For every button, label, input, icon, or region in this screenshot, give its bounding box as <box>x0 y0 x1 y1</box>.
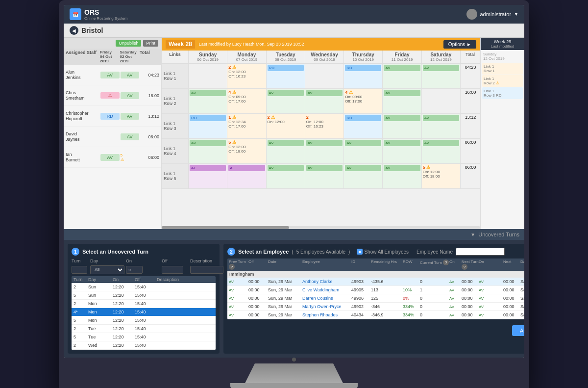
show-all-checkbox[interactable]: ■ Show All Employees <box>357 249 409 255</box>
turn-row[interactable]: 5 Tue 12:20 15:40 <box>72 333 216 341</box>
turn-row[interactable]: 5 Sun 12:20 15:40 <box>72 291 216 300</box>
emp-current: AV <box>449 313 462 317</box>
emp-next: AV <box>479 305 503 309</box>
turn-row[interactable]: 2 Wed 12:20 15:40 <box>72 341 216 350</box>
cell-mon-1: 2 ⚠ On: 12:00 Off: 16:23 <box>227 64 266 88</box>
user-dropdown-icon[interactable]: ▼ <box>514 12 518 17</box>
week29-row3: Link 1Row 3 RD <box>482 87 523 99</box>
checkbox-icon: ■ <box>357 249 363 255</box>
emp-row-anthony[interactable]: AV 00:00 Sun, 29 Mar Anthony Clarke 4990… <box>227 278 524 286</box>
emp-off: 00:00 <box>248 312 268 317</box>
step2-subtitle-close: ) <box>348 249 350 255</box>
emp-on: 00:00 <box>462 312 479 317</box>
day-select[interactable]: All <box>90 265 124 274</box>
emp-date: Sun, 29 Mar <box>268 296 302 301</box>
uncovered-label: Uncovered Turns <box>478 232 519 237</box>
turn-num: 2 <box>74 343 88 348</box>
turn-row[interactable]: 2 Mon 12:20 15:40 <box>72 300 216 308</box>
emp-group-immingham: Immingham <box>227 271 524 278</box>
cell-tue-2: AV <box>267 89 305 113</box>
turn-row-selected[interactable]: 4* Mon 12:20 15:40 <box>72 308 216 316</box>
row-total-5: 06:00 <box>461 164 480 188</box>
back-button[interactable]: ◀ <box>70 26 78 35</box>
emp-row-clive[interactable]: AV 00:00 Sun, 29 Mar Clive Waddingham 49… <box>227 286 524 294</box>
turn-row[interactable]: 2 Sun 12:20 15:40 <box>72 283 216 291</box>
staff-name: ChristopherHopcroft <box>66 111 100 122</box>
emp-id: 49903 <box>351 279 371 284</box>
shift-av: AV <box>268 90 304 96</box>
turn-day: Mon <box>88 318 113 323</box>
on-time-input[interactable] <box>126 266 143 274</box>
cell-wed-2: AV <box>305 89 344 113</box>
emp-prev-turn: AV <box>229 296 248 301</box>
col-next-next: Next <box>503 259 520 270</box>
horizontal-scrollbar[interactable] <box>162 226 480 229</box>
unpublish-button[interactable]: Unpublish <box>116 40 141 47</box>
shift-av: AV <box>345 165 381 171</box>
uncovered-turns-toggle[interactable]: ▼ Uncovered Turns <box>64 229 524 240</box>
staff-table-header: Assigned Staff Friday04 Oct 2019 Saturda… <box>64 49 161 65</box>
app-logo: 📅 ORS Online Rostering System <box>70 8 127 21</box>
turn-on: 12:20 <box>113 310 135 314</box>
emp-row-darren[interactable]: AV 00:00 Sun, 29 Mar Darren Cousins 4990… <box>227 294 524 303</box>
emp-next-date: Sat, 28 Mar <box>520 312 524 317</box>
row-label-5: Link 1Row 5 <box>162 164 189 188</box>
cell-mon-5: AL <box>227 164 266 188</box>
day-name-mon: Monday <box>229 52 264 57</box>
col-off: Off <box>135 277 157 282</box>
week29-content: Sunday12 Oct 2019 Link 1Row 1 Link 1Row … <box>481 50 524 101</box>
shift-av: AV <box>306 165 343 171</box>
emp-row-val: 0 <box>420 296 449 301</box>
col-desc: Description <box>157 277 214 282</box>
staff-name: DavidJaynes <box>66 131 100 142</box>
modified-label: Last modified by Lucy Heath Mon, Sep 23 … <box>199 42 440 47</box>
emp-remaining: -435.6 <box>371 279 403 284</box>
emp-name-search[interactable] <box>456 248 505 256</box>
row-label-1: Link 1Row 1 <box>162 64 189 88</box>
staff-sat-cell: AV <box>121 92 140 99</box>
cell-sat-2 <box>422 89 461 113</box>
options-button[interactable]: Options ► <box>443 40 476 49</box>
staff-sat-cell: AV <box>121 133 140 140</box>
emp-off: 00:00 <box>248 279 268 284</box>
print-button[interactable]: Print <box>143 40 158 47</box>
shift-av: AV <box>423 140 459 146</box>
cell-wed-1 <box>305 64 344 88</box>
emp-name: Clive Waddingham <box>302 287 351 292</box>
cell-tue-4: AV <box>267 139 305 163</box>
emp-remaining: -346 <box>371 304 403 309</box>
cell-thu-4: AV <box>344 139 383 163</box>
step1-title: Select an Uncovered Turn <box>82 249 148 255</box>
prev-turn-help-icon[interactable]: ? <box>229 264 235 270</box>
assign-turn-button[interactable]: Assign Turn <box>512 325 524 336</box>
user-avatar <box>466 9 477 20</box>
staff-row: DavidJaynes AV 06:00 <box>64 127 161 147</box>
turn-row[interactable]: 5 Mon 12:20 15:40 <box>72 316 216 325</box>
assigned-staff-label: Assigned Staff <box>66 50 100 63</box>
emp-name: Stephen Rhoades <box>302 312 351 317</box>
cell-sat-3: AV <box>422 114 461 138</box>
description-input[interactable] <box>190 266 223 274</box>
day-name-fri: Friday <box>385 52 419 57</box>
staff-name: AlunJenkins <box>66 70 100 80</box>
off-time-input[interactable]: 15:40 <box>162 266 183 274</box>
day-date-mon: 07 Oct 2019 <box>229 57 264 62</box>
turn-number-input[interactable] <box>72 266 87 274</box>
emp-next: AV <box>479 288 503 292</box>
turn-row[interactable]: 2 Tue 12:20 15:40 <box>72 325 216 333</box>
scrollbar-thumb <box>162 226 289 229</box>
emp-row-stephen[interactable]: AV 00:00 Sun, 29 Mar Stephen Rhoades 404… <box>227 311 524 319</box>
emp-row-martyn[interactable]: AV 00:00 Sun, 29 Mar Martyn Owen-Pryce 4… <box>227 303 524 311</box>
emp-next-on: 00:00 <box>503 279 520 284</box>
current-turn-help-icon[interactable]: ? <box>443 259 449 265</box>
next-turn-help-icon[interactable]: ? <box>462 264 467 270</box>
col-day: Day <box>88 277 113 282</box>
col-next-date: Date <box>520 259 524 270</box>
emp-next-on: 00:00 <box>503 287 520 292</box>
emp-row-val: 1 <box>420 287 449 292</box>
schedule-row-3: Link 1Row 3 RD 1 ⚠ On: 12:34 Off: 17:00 … <box>162 114 480 139</box>
emp-off: 00:00 <box>248 304 268 309</box>
day-label: Day <box>90 259 124 263</box>
emp-next-date: Sat, 28 Mar <box>520 279 524 284</box>
emp-id: 49905 <box>351 287 371 292</box>
